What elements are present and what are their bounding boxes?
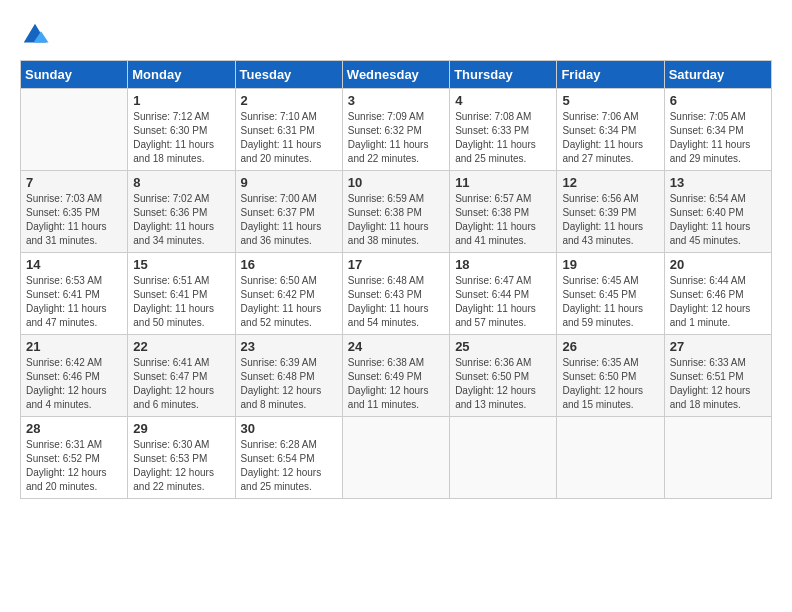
day-info: Sunrise: 7:02 AM Sunset: 6:36 PM Dayligh… xyxy=(133,192,229,248)
day-info: Sunrise: 6:45 AM Sunset: 6:45 PM Dayligh… xyxy=(562,274,658,330)
day-number: 26 xyxy=(562,339,658,354)
day-number: 8 xyxy=(133,175,229,190)
calendar-day-cell: 13Sunrise: 6:54 AM Sunset: 6:40 PM Dayli… xyxy=(664,171,771,253)
day-info: Sunrise: 6:38 AM Sunset: 6:49 PM Dayligh… xyxy=(348,356,444,412)
calendar-day-cell: 17Sunrise: 6:48 AM Sunset: 6:43 PM Dayli… xyxy=(342,253,449,335)
day-number: 9 xyxy=(241,175,337,190)
day-info: Sunrise: 6:57 AM Sunset: 6:38 PM Dayligh… xyxy=(455,192,551,248)
logo-icon xyxy=(20,20,50,50)
day-number: 23 xyxy=(241,339,337,354)
calendar-week-row: 7Sunrise: 7:03 AM Sunset: 6:35 PM Daylig… xyxy=(21,171,772,253)
day-number: 13 xyxy=(670,175,766,190)
day-number: 3 xyxy=(348,93,444,108)
logo xyxy=(20,20,54,50)
day-number: 14 xyxy=(26,257,122,272)
day-info: Sunrise: 7:00 AM Sunset: 6:37 PM Dayligh… xyxy=(241,192,337,248)
day-info: Sunrise: 6:35 AM Sunset: 6:50 PM Dayligh… xyxy=(562,356,658,412)
day-number: 7 xyxy=(26,175,122,190)
day-number: 5 xyxy=(562,93,658,108)
day-info: Sunrise: 6:36 AM Sunset: 6:50 PM Dayligh… xyxy=(455,356,551,412)
day-number: 25 xyxy=(455,339,551,354)
weekday-header: Wednesday xyxy=(342,61,449,89)
calendar-header: SundayMondayTuesdayWednesdayThursdayFrid… xyxy=(21,61,772,89)
calendar-table: SundayMondayTuesdayWednesdayThursdayFrid… xyxy=(20,60,772,499)
day-info: Sunrise: 6:50 AM Sunset: 6:42 PM Dayligh… xyxy=(241,274,337,330)
day-info: Sunrise: 6:44 AM Sunset: 6:46 PM Dayligh… xyxy=(670,274,766,330)
day-info: Sunrise: 6:31 AM Sunset: 6:52 PM Dayligh… xyxy=(26,438,122,494)
weekday-header: Friday xyxy=(557,61,664,89)
calendar-day-cell: 30Sunrise: 6:28 AM Sunset: 6:54 PM Dayli… xyxy=(235,417,342,499)
calendar-day-cell: 11Sunrise: 6:57 AM Sunset: 6:38 PM Dayli… xyxy=(450,171,557,253)
page-header xyxy=(20,20,772,50)
day-info: Sunrise: 6:33 AM Sunset: 6:51 PM Dayligh… xyxy=(670,356,766,412)
day-info: Sunrise: 6:41 AM Sunset: 6:47 PM Dayligh… xyxy=(133,356,229,412)
calendar-day-cell: 5Sunrise: 7:06 AM Sunset: 6:34 PM Daylig… xyxy=(557,89,664,171)
day-number: 22 xyxy=(133,339,229,354)
calendar-day-cell: 23Sunrise: 6:39 AM Sunset: 6:48 PM Dayli… xyxy=(235,335,342,417)
calendar-day-cell: 20Sunrise: 6:44 AM Sunset: 6:46 PM Dayli… xyxy=(664,253,771,335)
calendar-day-cell xyxy=(557,417,664,499)
weekday-header: Sunday xyxy=(21,61,128,89)
day-info: Sunrise: 6:48 AM Sunset: 6:43 PM Dayligh… xyxy=(348,274,444,330)
day-number: 2 xyxy=(241,93,337,108)
day-info: Sunrise: 7:09 AM Sunset: 6:32 PM Dayligh… xyxy=(348,110,444,166)
calendar-day-cell: 18Sunrise: 6:47 AM Sunset: 6:44 PM Dayli… xyxy=(450,253,557,335)
calendar-day-cell: 27Sunrise: 6:33 AM Sunset: 6:51 PM Dayli… xyxy=(664,335,771,417)
calendar-day-cell: 25Sunrise: 6:36 AM Sunset: 6:50 PM Dayli… xyxy=(450,335,557,417)
day-info: Sunrise: 6:59 AM Sunset: 6:38 PM Dayligh… xyxy=(348,192,444,248)
day-number: 10 xyxy=(348,175,444,190)
weekday-header: Thursday xyxy=(450,61,557,89)
calendar-day-cell: 15Sunrise: 6:51 AM Sunset: 6:41 PM Dayli… xyxy=(128,253,235,335)
calendar-day-cell: 9Sunrise: 7:00 AM Sunset: 6:37 PM Daylig… xyxy=(235,171,342,253)
day-info: Sunrise: 7:08 AM Sunset: 6:33 PM Dayligh… xyxy=(455,110,551,166)
weekday-header: Saturday xyxy=(664,61,771,89)
day-number: 1 xyxy=(133,93,229,108)
day-info: Sunrise: 6:51 AM Sunset: 6:41 PM Dayligh… xyxy=(133,274,229,330)
day-info: Sunrise: 7:12 AM Sunset: 6:30 PM Dayligh… xyxy=(133,110,229,166)
calendar-week-row: 21Sunrise: 6:42 AM Sunset: 6:46 PM Dayli… xyxy=(21,335,772,417)
weekday-header: Tuesday xyxy=(235,61,342,89)
calendar-day-cell: 6Sunrise: 7:05 AM Sunset: 6:34 PM Daylig… xyxy=(664,89,771,171)
calendar-body: 1Sunrise: 7:12 AM Sunset: 6:30 PM Daylig… xyxy=(21,89,772,499)
calendar-day-cell xyxy=(664,417,771,499)
calendar-day-cell: 4Sunrise: 7:08 AM Sunset: 6:33 PM Daylig… xyxy=(450,89,557,171)
calendar-day-cell: 28Sunrise: 6:31 AM Sunset: 6:52 PM Dayli… xyxy=(21,417,128,499)
day-info: Sunrise: 6:47 AM Sunset: 6:44 PM Dayligh… xyxy=(455,274,551,330)
calendar-day-cell: 22Sunrise: 6:41 AM Sunset: 6:47 PM Dayli… xyxy=(128,335,235,417)
calendar-day-cell: 16Sunrise: 6:50 AM Sunset: 6:42 PM Dayli… xyxy=(235,253,342,335)
day-info: Sunrise: 6:53 AM Sunset: 6:41 PM Dayligh… xyxy=(26,274,122,330)
calendar-day-cell xyxy=(450,417,557,499)
calendar-day-cell xyxy=(21,89,128,171)
day-number: 18 xyxy=(455,257,551,272)
day-info: Sunrise: 6:30 AM Sunset: 6:53 PM Dayligh… xyxy=(133,438,229,494)
calendar-day-cell: 21Sunrise: 6:42 AM Sunset: 6:46 PM Dayli… xyxy=(21,335,128,417)
calendar-day-cell: 7Sunrise: 7:03 AM Sunset: 6:35 PM Daylig… xyxy=(21,171,128,253)
day-info: Sunrise: 6:42 AM Sunset: 6:46 PM Dayligh… xyxy=(26,356,122,412)
day-number: 17 xyxy=(348,257,444,272)
day-number: 30 xyxy=(241,421,337,436)
day-info: Sunrise: 6:39 AM Sunset: 6:48 PM Dayligh… xyxy=(241,356,337,412)
day-number: 4 xyxy=(455,93,551,108)
day-number: 24 xyxy=(348,339,444,354)
calendar-day-cell: 26Sunrise: 6:35 AM Sunset: 6:50 PM Dayli… xyxy=(557,335,664,417)
calendar-day-cell: 12Sunrise: 6:56 AM Sunset: 6:39 PM Dayli… xyxy=(557,171,664,253)
day-number: 16 xyxy=(241,257,337,272)
calendar-day-cell: 10Sunrise: 6:59 AM Sunset: 6:38 PM Dayli… xyxy=(342,171,449,253)
day-number: 28 xyxy=(26,421,122,436)
calendar-day-cell: 29Sunrise: 6:30 AM Sunset: 6:53 PM Dayli… xyxy=(128,417,235,499)
day-number: 19 xyxy=(562,257,658,272)
day-info: Sunrise: 6:54 AM Sunset: 6:40 PM Dayligh… xyxy=(670,192,766,248)
day-number: 6 xyxy=(670,93,766,108)
calendar-day-cell: 1Sunrise: 7:12 AM Sunset: 6:30 PM Daylig… xyxy=(128,89,235,171)
calendar-week-row: 14Sunrise: 6:53 AM Sunset: 6:41 PM Dayli… xyxy=(21,253,772,335)
day-number: 21 xyxy=(26,339,122,354)
day-number: 15 xyxy=(133,257,229,272)
day-number: 20 xyxy=(670,257,766,272)
calendar-day-cell: 24Sunrise: 6:38 AM Sunset: 6:49 PM Dayli… xyxy=(342,335,449,417)
day-info: Sunrise: 6:56 AM Sunset: 6:39 PM Dayligh… xyxy=(562,192,658,248)
weekday-header: Monday xyxy=(128,61,235,89)
day-info: Sunrise: 7:10 AM Sunset: 6:31 PM Dayligh… xyxy=(241,110,337,166)
calendar-day-cell: 19Sunrise: 6:45 AM Sunset: 6:45 PM Dayli… xyxy=(557,253,664,335)
day-number: 11 xyxy=(455,175,551,190)
day-info: Sunrise: 7:06 AM Sunset: 6:34 PM Dayligh… xyxy=(562,110,658,166)
